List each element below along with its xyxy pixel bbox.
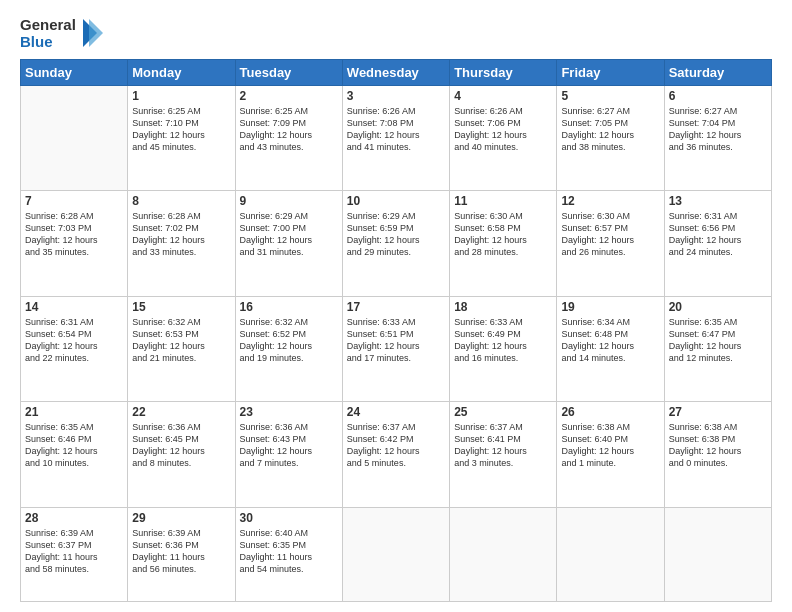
day-number: 17 — [347, 300, 445, 314]
day-number: 2 — [240, 89, 338, 103]
day-number: 5 — [561, 89, 659, 103]
day-info: Sunrise: 6:29 AM Sunset: 6:59 PM Dayligh… — [347, 210, 445, 259]
day-number: 13 — [669, 194, 767, 208]
day-info: Sunrise: 6:28 AM Sunset: 7:03 PM Dayligh… — [25, 210, 123, 259]
day-number: 10 — [347, 194, 445, 208]
day-number: 6 — [669, 89, 767, 103]
calendar-cell: 4Sunrise: 6:26 AM Sunset: 7:06 PM Daylig… — [450, 85, 557, 191]
calendar-cell: 15Sunrise: 6:32 AM Sunset: 6:53 PM Dayli… — [128, 296, 235, 402]
day-info: Sunrise: 6:30 AM Sunset: 6:57 PM Dayligh… — [561, 210, 659, 259]
day-info: Sunrise: 6:26 AM Sunset: 7:06 PM Dayligh… — [454, 105, 552, 154]
calendar-cell — [450, 507, 557, 601]
calendar-cell: 30Sunrise: 6:40 AM Sunset: 6:35 PM Dayli… — [235, 507, 342, 601]
calendar-cell: 26Sunrise: 6:38 AM Sunset: 6:40 PM Dayli… — [557, 402, 664, 508]
day-number: 19 — [561, 300, 659, 314]
calendar-cell: 11Sunrise: 6:30 AM Sunset: 6:58 PM Dayli… — [450, 191, 557, 297]
day-info: Sunrise: 6:32 AM Sunset: 6:52 PM Dayligh… — [240, 316, 338, 365]
day-info: Sunrise: 6:28 AM Sunset: 7:02 PM Dayligh… — [132, 210, 230, 259]
day-number: 11 — [454, 194, 552, 208]
day-info: Sunrise: 6:39 AM Sunset: 6:36 PM Dayligh… — [132, 527, 230, 576]
day-number: 27 — [669, 405, 767, 419]
svg-marker-1 — [89, 19, 103, 47]
calendar-cell: 25Sunrise: 6:37 AM Sunset: 6:41 PM Dayli… — [450, 402, 557, 508]
day-info: Sunrise: 6:36 AM Sunset: 6:43 PM Dayligh… — [240, 421, 338, 470]
day-number: 15 — [132, 300, 230, 314]
day-info: Sunrise: 6:37 AM Sunset: 6:42 PM Dayligh… — [347, 421, 445, 470]
weekday-header: Sunday — [21, 59, 128, 85]
calendar-cell: 5Sunrise: 6:27 AM Sunset: 7:05 PM Daylig… — [557, 85, 664, 191]
day-info: Sunrise: 6:27 AM Sunset: 7:05 PM Dayligh… — [561, 105, 659, 154]
day-number: 18 — [454, 300, 552, 314]
day-number: 12 — [561, 194, 659, 208]
day-number: 26 — [561, 405, 659, 419]
day-number: 29 — [132, 511, 230, 525]
weekday-header: Saturday — [664, 59, 771, 85]
calendar-cell: 16Sunrise: 6:32 AM Sunset: 6:52 PM Dayli… — [235, 296, 342, 402]
weekday-header: Monday — [128, 59, 235, 85]
day-number: 7 — [25, 194, 123, 208]
calendar-cell: 19Sunrise: 6:34 AM Sunset: 6:48 PM Dayli… — [557, 296, 664, 402]
day-info: Sunrise: 6:38 AM Sunset: 6:40 PM Dayligh… — [561, 421, 659, 470]
calendar-cell: 21Sunrise: 6:35 AM Sunset: 6:46 PM Dayli… — [21, 402, 128, 508]
logo-general: General — [20, 16, 76, 33]
day-info: Sunrise: 6:40 AM Sunset: 6:35 PM Dayligh… — [240, 527, 338, 576]
calendar-cell: 23Sunrise: 6:36 AM Sunset: 6:43 PM Dayli… — [235, 402, 342, 508]
calendar-cell: 14Sunrise: 6:31 AM Sunset: 6:54 PM Dayli… — [21, 296, 128, 402]
day-number: 20 — [669, 300, 767, 314]
calendar-cell: 6Sunrise: 6:27 AM Sunset: 7:04 PM Daylig… — [664, 85, 771, 191]
weekday-header: Friday — [557, 59, 664, 85]
calendar-cell: 8Sunrise: 6:28 AM Sunset: 7:02 PM Daylig… — [128, 191, 235, 297]
calendar-cell: 1Sunrise: 6:25 AM Sunset: 7:10 PM Daylig… — [128, 85, 235, 191]
day-number: 16 — [240, 300, 338, 314]
day-info: Sunrise: 6:33 AM Sunset: 6:49 PM Dayligh… — [454, 316, 552, 365]
day-info: Sunrise: 6:29 AM Sunset: 7:00 PM Dayligh… — [240, 210, 338, 259]
calendar-cell — [664, 507, 771, 601]
calendar-cell: 13Sunrise: 6:31 AM Sunset: 6:56 PM Dayli… — [664, 191, 771, 297]
day-number: 25 — [454, 405, 552, 419]
day-info: Sunrise: 6:35 AM Sunset: 6:47 PM Dayligh… — [669, 316, 767, 365]
calendar-cell: 7Sunrise: 6:28 AM Sunset: 7:03 PM Daylig… — [21, 191, 128, 297]
calendar-cell: 27Sunrise: 6:38 AM Sunset: 6:38 PM Dayli… — [664, 402, 771, 508]
page: General Blue SundayMondayTuesdayWednesda… — [0, 0, 792, 612]
calendar-cell — [557, 507, 664, 601]
calendar-cell: 3Sunrise: 6:26 AM Sunset: 7:08 PM Daylig… — [342, 85, 449, 191]
day-info: Sunrise: 6:25 AM Sunset: 7:10 PM Dayligh… — [132, 105, 230, 154]
calendar-cell: 22Sunrise: 6:36 AM Sunset: 6:45 PM Dayli… — [128, 402, 235, 508]
calendar-cell: 9Sunrise: 6:29 AM Sunset: 7:00 PM Daylig… — [235, 191, 342, 297]
day-info: Sunrise: 6:31 AM Sunset: 6:54 PM Dayligh… — [25, 316, 123, 365]
day-info: Sunrise: 6:34 AM Sunset: 6:48 PM Dayligh… — [561, 316, 659, 365]
day-number: 14 — [25, 300, 123, 314]
calendar-cell — [21, 85, 128, 191]
day-number: 1 — [132, 89, 230, 103]
day-number: 23 — [240, 405, 338, 419]
day-info: Sunrise: 6:39 AM Sunset: 6:37 PM Dayligh… — [25, 527, 123, 576]
day-info: Sunrise: 6:31 AM Sunset: 6:56 PM Dayligh… — [669, 210, 767, 259]
day-info: Sunrise: 6:33 AM Sunset: 6:51 PM Dayligh… — [347, 316, 445, 365]
calendar-cell: 20Sunrise: 6:35 AM Sunset: 6:47 PM Dayli… — [664, 296, 771, 402]
day-number: 24 — [347, 405, 445, 419]
day-number: 22 — [132, 405, 230, 419]
day-number: 21 — [25, 405, 123, 419]
day-number: 4 — [454, 89, 552, 103]
day-info: Sunrise: 6:35 AM Sunset: 6:46 PM Dayligh… — [25, 421, 123, 470]
calendar-cell: 2Sunrise: 6:25 AM Sunset: 7:09 PM Daylig… — [235, 85, 342, 191]
day-info: Sunrise: 6:26 AM Sunset: 7:08 PM Dayligh… — [347, 105, 445, 154]
day-info: Sunrise: 6:32 AM Sunset: 6:53 PM Dayligh… — [132, 316, 230, 365]
calendar-cell: 17Sunrise: 6:33 AM Sunset: 6:51 PM Dayli… — [342, 296, 449, 402]
weekday-header: Wednesday — [342, 59, 449, 85]
day-number: 28 — [25, 511, 123, 525]
day-number: 9 — [240, 194, 338, 208]
weekday-header: Tuesday — [235, 59, 342, 85]
calendar-cell: 29Sunrise: 6:39 AM Sunset: 6:36 PM Dayli… — [128, 507, 235, 601]
day-info: Sunrise: 6:25 AM Sunset: 7:09 PM Dayligh… — [240, 105, 338, 154]
day-info: Sunrise: 6:38 AM Sunset: 6:38 PM Dayligh… — [669, 421, 767, 470]
calendar-cell: 24Sunrise: 6:37 AM Sunset: 6:42 PM Dayli… — [342, 402, 449, 508]
calendar-cell: 10Sunrise: 6:29 AM Sunset: 6:59 PM Dayli… — [342, 191, 449, 297]
header: General Blue — [20, 16, 772, 51]
calendar-table: SundayMondayTuesdayWednesdayThursdayFrid… — [20, 59, 772, 603]
logo: General Blue — [20, 16, 103, 51]
calendar-cell: 18Sunrise: 6:33 AM Sunset: 6:49 PM Dayli… — [450, 296, 557, 402]
logo-arrow-icon — [83, 19, 103, 47]
day-info: Sunrise: 6:37 AM Sunset: 6:41 PM Dayligh… — [454, 421, 552, 470]
day-info: Sunrise: 6:36 AM Sunset: 6:45 PM Dayligh… — [132, 421, 230, 470]
